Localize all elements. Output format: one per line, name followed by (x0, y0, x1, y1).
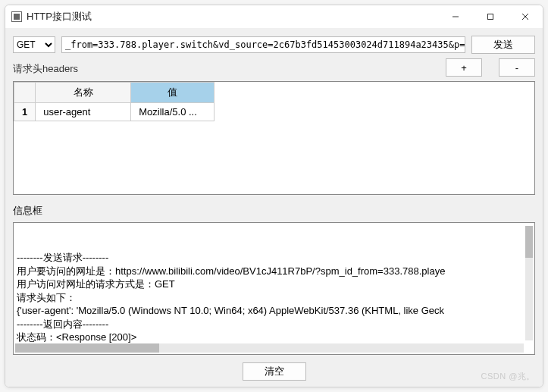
infobox-label: 信息框 (13, 204, 535, 218)
headers-label: 请求头headers (13, 62, 78, 76)
maximize-button[interactable] (473, 5, 508, 28)
horizontal-scroll-thumb[interactable] (15, 343, 159, 353)
svg-rect-1 (488, 14, 493, 20)
window-buttons (438, 5, 543, 28)
client-area: GET _from=333.788.player.switch&vd_sourc… (5, 28, 543, 387)
send-button[interactable]: 发送 (471, 36, 535, 54)
minimize-icon (452, 13, 459, 20)
headers-toolbar: 请求头headers + - (13, 58, 535, 77)
table-header-row: 名称 值 (14, 83, 215, 103)
headers-table[interactable]: 名称 值 1 user-agent Mozilla/5.0 ... (14, 82, 215, 121)
titlebar: HTTP接口测试 (5, 5, 543, 28)
app-window: HTTP接口测试 GET _from=333.788.player.switch… (5, 5, 543, 387)
close-icon (521, 13, 529, 20)
rownum-header (14, 83, 36, 103)
add-header-button[interactable]: + (446, 58, 482, 77)
minimize-button[interactable] (438, 5, 473, 28)
col-name-header[interactable]: 名称 (36, 83, 131, 103)
header-name-cell[interactable]: user-agent (36, 103, 131, 121)
vertical-scrollbar[interactable] (525, 226, 533, 340)
horizontal-scrollbar[interactable] (15, 343, 524, 353)
footer-row: 清空 (13, 359, 535, 381)
col-value-header[interactable]: 值 (131, 83, 215, 103)
row-index: 1 (14, 103, 36, 121)
info-textarea[interactable]: --------发送请求-------- 用户要访问的网址是：https://w… (13, 222, 535, 355)
http-method-select[interactable]: GET (13, 36, 55, 53)
maximize-icon (487, 13, 494, 20)
app-icon (11, 11, 22, 22)
headers-table-container: 名称 值 1 user-agent Mozilla/5.0 ... (13, 81, 535, 195)
request-row: GET _from=333.788.player.switch&vd_sourc… (13, 36, 535, 54)
table-row[interactable]: 1 user-agent Mozilla/5.0 ... (14, 103, 215, 121)
info-content: --------发送请求-------- 用户要访问的网址是：https://w… (17, 251, 531, 355)
window-title: HTTP接口测试 (27, 10, 92, 24)
remove-header-button[interactable]: - (499, 58, 535, 77)
url-text: _from=333.788.player.switch&vd_source=2c… (65, 39, 465, 50)
url-input[interactable]: _from=333.788.player.switch&vd_source=2c… (61, 36, 465, 53)
close-button[interactable] (508, 5, 543, 28)
header-value-cell[interactable]: Mozilla/5.0 ... (131, 103, 215, 121)
vertical-scroll-thumb[interactable] (525, 226, 533, 258)
clear-button[interactable]: 清空 (243, 362, 306, 381)
